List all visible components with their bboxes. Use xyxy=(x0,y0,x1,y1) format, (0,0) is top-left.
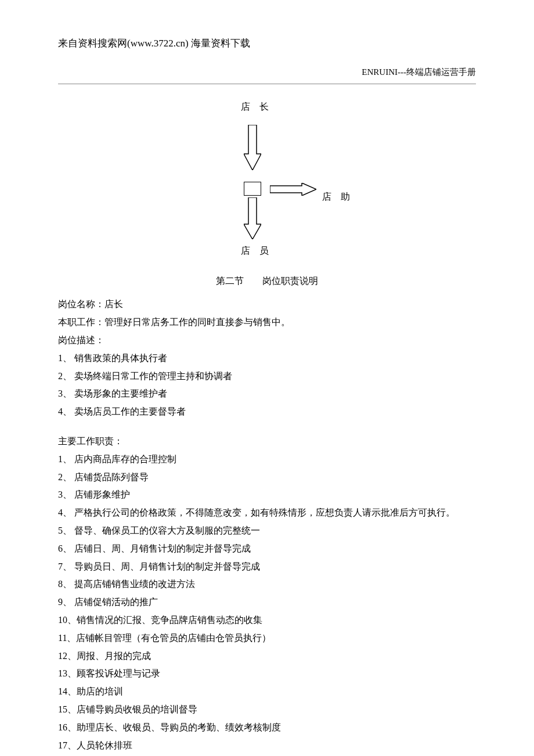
list-item: 6、 店铺日、周、月销售计划的制定并督导完成 xyxy=(58,541,476,557)
list-item: 2、 店铺货品陈列督导 xyxy=(58,469,476,486)
desc-list: 1、 销售政策的具体执行者 2、 卖场终端日常工作的管理主持和协调者 3、 卖场… xyxy=(58,350,476,420)
section-name: 岗位职责说明 xyxy=(262,276,318,286)
list-item: 8、 提高店铺销售业绩的改进方法 xyxy=(58,576,476,593)
document-title: ENRUINI---终端店铺运营手册 xyxy=(58,64,476,80)
org-chart: 店 长 店 助 店 员 xyxy=(180,99,354,255)
source-header: 来自资料搜索网(www.3722.cn) 海量资料下载 xyxy=(58,35,476,53)
list-item: 1、 销售政策的具体执行者 xyxy=(58,350,476,367)
list-item: 10、销售情况的汇报、竞争品牌店销售动态的收集 xyxy=(58,612,476,629)
list-item: 13、顾客投诉处理与记录 xyxy=(58,665,476,682)
org-top-label: 店 长 xyxy=(241,99,272,116)
list-item: 17、人员轮休排班 xyxy=(58,737,476,754)
list-item: 12、周报、月报的完成 xyxy=(58,648,476,665)
list-item: 4、 严格执行公司的价格政策，不得随意改变，如有特殊情形，应想负责人请示批准后方… xyxy=(58,505,476,521)
list-item: 11、店铺帐目管理（有仓管员的店铺由仓管员执行） xyxy=(58,630,476,647)
arrow-down-icon xyxy=(244,197,261,239)
list-item: 1、 店内商品库存的合理控制 xyxy=(58,451,476,468)
position-name: 岗位名称：店长 xyxy=(58,296,476,313)
arrow-down-icon xyxy=(244,125,261,170)
list-item: 14、助店的培训 xyxy=(58,683,476,700)
duty-label: 主要工作职责： xyxy=(58,433,476,450)
list-item: 3、 店铺形象维护 xyxy=(58,487,476,503)
arrow-right-icon xyxy=(270,183,316,201)
list-item: 7、 导购员日、周、月销售计划的制定并督导完成 xyxy=(58,559,476,575)
list-item: 5、 督导、确保员工的仪容大方及制服的完整统一 xyxy=(58,523,476,539)
list-item: 4、 卖场店员工作的主要督导者 xyxy=(58,404,476,420)
list-item: 16、助理店长、收银员、导购员的考勤、绩效考核制度 xyxy=(58,719,476,736)
org-bottom-label: 店 员 xyxy=(241,243,272,260)
position-work: 本职工作：管理好日常店务工作的同时直接参与销售中。 xyxy=(58,314,476,331)
header-divider xyxy=(58,84,476,84)
list-item: 3、 卖场形象的主要维护者 xyxy=(58,386,476,402)
org-mid-box xyxy=(244,182,261,196)
org-side-label: 店 助 xyxy=(322,189,353,206)
list-item: 15、店铺导购员收银员的培训督导 xyxy=(58,701,476,718)
section-number: 第二节 xyxy=(216,276,244,286)
section-title: 第二节 岗位职责说明 xyxy=(58,273,476,290)
list-item: 9、 店铺促销活动的推广 xyxy=(58,594,476,611)
duty-list: 1、 店内商品库存的合理控制 2、 店铺货品陈列督导 3、 店铺形象维护 4、 … xyxy=(58,451,476,756)
list-item: 2、 卖场终端日常工作的管理主持和协调者 xyxy=(58,368,476,385)
position-desc-label: 岗位描述： xyxy=(58,332,476,349)
